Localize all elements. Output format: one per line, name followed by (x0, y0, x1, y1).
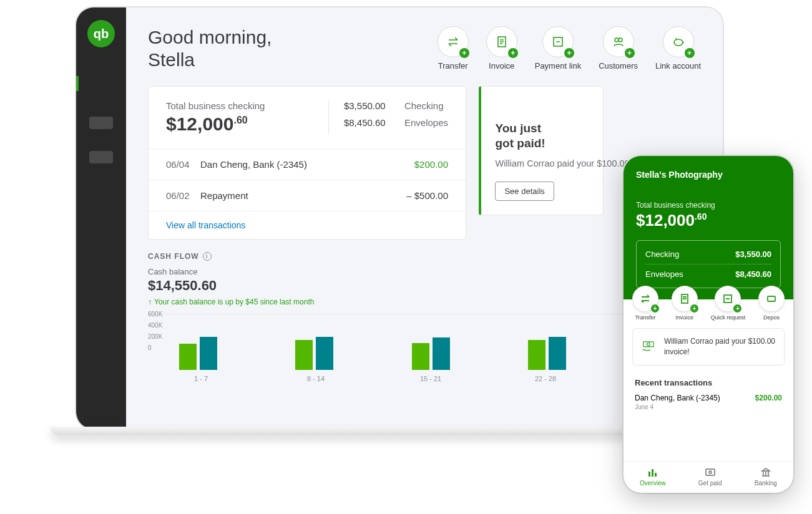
sidebar: qb (76, 7, 126, 429)
arrow-up-icon: ↑ (148, 298, 152, 306)
link-account-action[interactable]: + Link account (655, 26, 701, 70)
svg-point-3 (619, 38, 622, 42)
phone-frame: Stella's Photography Total business chec… (624, 156, 793, 493)
svg-rect-13 (706, 469, 715, 475)
sidebar-item[interactable] (89, 117, 113, 129)
payment-link-action[interactable]: + Payment link (535, 26, 581, 70)
phone-quickrequest-action[interactable]: + Quick request (711, 286, 746, 321)
bar (528, 340, 545, 370)
banking-icon (760, 467, 771, 478)
cashflow-chart: 600K 400K 200K 0 1 - 7 8 - 14 15 - 21 22… (148, 314, 701, 389)
svg-point-4 (674, 39, 683, 46)
notification-title: You just got paid! (495, 121, 589, 151)
invoice-icon (495, 35, 509, 49)
tab-get-paid[interactable]: Get paid (698, 467, 722, 487)
transaction-row[interactable]: 06/02 Repayment – $500.00 (149, 180, 466, 211)
info-icon[interactable]: i (203, 252, 212, 261)
invoice-action[interactable]: + Invoice (486, 26, 517, 70)
cashflow-section: CASH FLOW i Cash balance $14,550.60 ↑ Yo… (148, 252, 701, 389)
get-paid-icon (705, 467, 716, 478)
phone-invoice-action[interactable]: + Invoice (672, 286, 698, 321)
notification-card: You just got paid! William Corrao paid y… (479, 86, 604, 215)
transfer-icon (446, 35, 460, 49)
customers-icon (612, 35, 625, 49)
overview-icon (647, 467, 658, 478)
svg-rect-11 (652, 469, 653, 477)
phone-transaction-row[interactable]: Dan Cheng, Bank (-2345) $200.00 (635, 394, 782, 402)
piggy-bank-icon (672, 35, 685, 49)
tab-overview[interactable]: Overview (640, 467, 666, 487)
phone-breakdown-box: Checking$3,550.00 Envelopes$8,450.60 (636, 240, 781, 288)
cashflow-heading: CASH FLOW (148, 252, 199, 261)
sidebar-item[interactable] (89, 151, 113, 163)
svg-rect-12 (655, 473, 657, 477)
request-icon (722, 293, 733, 304)
svg-point-14 (709, 471, 712, 473)
bar (433, 337, 450, 370)
money-hand-icon (640, 337, 657, 357)
transaction-row[interactable]: 06/04 Dan Cheng, Bank (-2345) $200.00 (149, 149, 466, 180)
phone-tab-bar: Overview Get paid Banking (624, 461, 793, 493)
transfer-icon (640, 293, 651, 304)
phone-balance-amount: $12,000.60 (636, 211, 781, 230)
notification-body: William Corrao paid your $100.00 invoice… (495, 157, 589, 171)
phone-recent-section: Recent transactions Dan Cheng, Bank (-23… (624, 373, 793, 415)
phone-transfer-action[interactable]: + Transfer (632, 286, 658, 321)
balance-amount: $12,000.60 (166, 114, 328, 135)
balance-card: Total business checking $12,000.60 $3,55… (148, 86, 466, 240)
view-all-transactions-link[interactable]: View all transactions (149, 211, 466, 239)
envelopes-line: $8,450.60Envelopes (344, 117, 448, 128)
cashflow-delta: ↑ Your cash balance is up by $45 since l… (148, 298, 701, 306)
deposit-icon (766, 293, 777, 304)
phone-deposit-action[interactable]: Depos (758, 286, 785, 321)
bar (200, 337, 217, 370)
phone-paid-card[interactable]: William Corrao paid your $100.00 invoice… (632, 328, 785, 366)
cashflow-balance: $14,550.60 (148, 278, 701, 294)
transfer-action[interactable]: + Transfer (438, 26, 469, 70)
quick-actions-row: + Transfer + Invoice + Payment link + Cu… (438, 26, 701, 70)
svg-rect-10 (648, 472, 650, 477)
invoice-icon (679, 293, 690, 304)
phone-quick-actions: + Transfer + Invoice + Quick request Dep… (624, 286, 793, 321)
balance-label: Total business checking (166, 100, 328, 111)
customers-action[interactable]: + Customers (599, 26, 638, 70)
svg-point-2 (615, 38, 619, 42)
see-details-button[interactable]: See details (495, 182, 554, 201)
svg-point-9 (647, 342, 650, 346)
bar (179, 344, 197, 370)
phone-balance-label: Total business checking (636, 201, 781, 210)
qb-logo-icon[interactable]: qb (87, 20, 115, 47)
payment-link-icon (551, 35, 565, 49)
tab-banking[interactable]: Banking (755, 467, 777, 487)
phone-app-title: Stella's Photography (636, 170, 781, 180)
bar (412, 343, 429, 370)
greeting: Good morning, Stella (148, 26, 271, 71)
bar (295, 340, 313, 370)
bar (316, 337, 333, 370)
bar (549, 337, 566, 370)
svg-rect-7 (768, 296, 775, 301)
cashflow-sublabel: Cash balance (148, 267, 701, 276)
phone-header: Stella's Photography Total business chec… (624, 156, 793, 299)
sidebar-item-active[interactable] (76, 72, 126, 95)
checking-line: $3,550.00Checking (344, 100, 448, 111)
